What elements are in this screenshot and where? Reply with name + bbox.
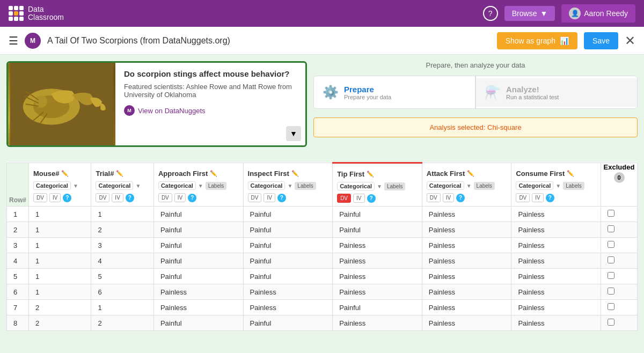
tip-labels-btn[interactable]: Labels <box>384 182 405 190</box>
attack-dv-btn[interactable]: DV <box>427 193 441 202</box>
attack-iv-btn[interactable]: IV <box>443 193 454 202</box>
trial-type-select[interactable]: Categorical <box>96 181 133 190</box>
attack-help-icon[interactable]: ? <box>456 194 465 202</box>
tip-iv-btn[interactable]: IV <box>353 194 364 203</box>
inspect-iv-btn[interactable]: IV <box>264 193 275 202</box>
mouse-iv-btn[interactable]: IV <box>49 193 61 202</box>
table-row: 2 1 2 Painful Painful Painful Painless P… <box>7 222 638 238</box>
inspect-edit-icon[interactable]: ✏️ <box>291 170 299 177</box>
excluded-checkbox-cell[interactable] <box>601 253 638 269</box>
tip-help-icon[interactable]: ? <box>367 194 376 203</box>
mouse-help-icon[interactable]: ? <box>63 194 71 202</box>
tip-cell: Painless <box>333 238 422 253</box>
table-row: 7 2 1 Painless Painless Painful Painless… <box>7 300 638 315</box>
excluded-checkbox-cell[interactable] <box>601 284 638 300</box>
top-section: Do scorpion stings affect mouse behavior… <box>0 55 644 162</box>
approach-header: Approach First ✏️ Categorical ▼ Labels D… <box>153 163 243 207</box>
excluded-checkbox[interactable] <box>608 288 614 295</box>
user-menu-button[interactable]: 👤 Aaron Reedy <box>561 4 635 23</box>
tip-edit-icon[interactable]: ✏️ <box>367 171 374 178</box>
inspect-cell: Painful <box>243 238 333 253</box>
prepare-step[interactable]: ⚙️ Prepare Prepare your data <box>314 78 475 107</box>
trial-iv-btn[interactable]: IV <box>112 193 123 202</box>
consume-dv-btn[interactable]: DV <box>516 193 530 202</box>
tip-cell: Painful <box>333 300 422 315</box>
scorpion-image <box>8 63 115 145</box>
approach-labels-btn[interactable]: Labels <box>206 182 226 190</box>
view-datanuggets-link[interactable]: M View on DataNuggets <box>124 105 297 116</box>
browse-button[interactable]: Browse ▼ <box>504 6 555 21</box>
attack-type-select[interactable]: Categorical <box>427 181 464 190</box>
table-row: 8 2 2 Painful Painful Painless Painless … <box>7 315 638 331</box>
excluded-checkbox-cell[interactable] <box>601 269 638 284</box>
excluded-checkbox-cell[interactable] <box>601 207 638 222</box>
approach-iv-btn[interactable]: IV <box>174 193 186 202</box>
consume-help-icon[interactable]: ? <box>546 194 554 202</box>
trial-cell: 3 <box>91 238 153 253</box>
excluded-checkbox-cell[interactable] <box>601 222 638 238</box>
mouse-edit-icon[interactable]: ✏️ <box>61 170 69 177</box>
nav-right: ? Browse ▼ 👤 Aaron Reedy <box>483 4 635 23</box>
help-button[interactable]: ? <box>483 6 498 21</box>
mouse-type-select[interactable]: Categorical <box>33 181 71 190</box>
inspect-help-icon[interactable]: ? <box>277 194 286 202</box>
prepare-icon: ⚙️ <box>323 85 339 100</box>
inspect-cell: Painful <box>243 207 333 222</box>
excluded-checkbox[interactable] <box>608 303 614 310</box>
info-text: Do scorpion stings affect mouse behavior… <box>115 63 305 145</box>
tip-type-select[interactable]: Categorical <box>337 182 375 190</box>
approach-type-select[interactable]: Categorical <box>158 181 196 190</box>
excluded-checkbox[interactable] <box>608 256 614 263</box>
row-num: 7 <box>7 300 29 315</box>
inspect-cell: Painless <box>243 284 333 300</box>
attack-labels-btn[interactable]: Labels <box>474 182 495 190</box>
excluded-checkbox[interactable] <box>608 225 614 232</box>
mouse-dv-btn[interactable]: DV <box>33 193 47 202</box>
approach-dv-btn[interactable]: DV <box>158 193 172 202</box>
excluded-checkbox[interactable] <box>608 319 614 326</box>
collapse-button[interactable]: ▼ <box>286 126 301 141</box>
approach-cell: Painful <box>153 253 243 269</box>
trial-cell: 5 <box>91 269 153 284</box>
approach-help-icon[interactable]: ? <box>188 194 196 202</box>
info-card: Do scorpion stings affect mouse behavior… <box>6 61 307 147</box>
excluded-checkbox-cell[interactable] <box>601 238 638 253</box>
tip-cell: Painful <box>333 222 422 238</box>
tip-header: Tip First ✏️ Categorical ▼ Labels DV IV … <box>333 163 422 207</box>
consume-labels-btn[interactable]: Labels <box>563 182 584 190</box>
link-icon: M <box>124 105 135 116</box>
inspect-cell: Painless <box>243 300 333 315</box>
hamburger-menu[interactable]: ☰ <box>9 34 18 47</box>
trial-cell: 1 <box>91 300 153 315</box>
excluded-checkbox-cell[interactable] <box>601 300 638 315</box>
trial-dv-btn[interactable]: DV <box>96 193 109 202</box>
show-graph-button[interactable]: Show as graph 📊 <box>497 32 577 49</box>
consume-type-select[interactable]: Categorical <box>516 181 553 190</box>
prepare-label: Prepare, then analyze your data <box>313 61 638 69</box>
mouse-cell: 1 <box>29 269 91 284</box>
attack-edit-icon[interactable]: ✏️ <box>467 170 474 177</box>
excluded-checkbox-cell[interactable] <box>601 315 638 331</box>
tip-cell: Painless <box>333 315 422 331</box>
inspect-type-select[interactable]: Categorical <box>248 181 286 190</box>
excluded-checkbox[interactable] <box>608 272 614 279</box>
trial-help-icon[interactable]: ? <box>126 194 134 202</box>
row-num: 4 <box>7 253 29 269</box>
excluded-checkbox[interactable] <box>608 210 614 217</box>
tip-cell: Painless <box>333 253 422 269</box>
attack-cell: Painless <box>422 300 511 315</box>
trial-header: Trial# ✏️ Categorical ▼ DV IV ? <box>91 163 153 207</box>
save-button[interactable]: Save <box>584 32 618 49</box>
attack-cell: Painless <box>422 315 511 331</box>
trial-edit-icon[interactable]: ✏️ <box>116 170 123 177</box>
tip-dv-btn[interactable]: DV <box>337 194 351 203</box>
inspect-dv-btn[interactable]: DV <box>248 193 262 202</box>
row-num: 5 <box>7 269 29 284</box>
inspect-cell: Painful <box>243 222 333 238</box>
approach-edit-icon[interactable]: ✏️ <box>210 170 217 177</box>
consume-edit-icon[interactable]: ✏️ <box>567 170 574 177</box>
excluded-checkbox[interactable] <box>608 241 614 248</box>
close-button[interactable]: ✕ <box>625 33 635 48</box>
consume-iv-btn[interactable]: IV <box>532 193 543 202</box>
inspect-labels-btn[interactable]: Labels <box>295 182 316 190</box>
